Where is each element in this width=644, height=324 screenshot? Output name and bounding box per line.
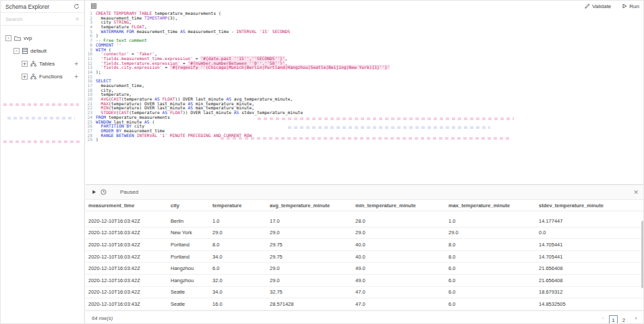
column-header: city — [168, 202, 210, 209]
validate-button[interactable]: Validate — [585, 3, 611, 9]
table-cell: 2020-12-10T16:03:42Z — [86, 277, 168, 284]
code-line[interactable]: 16SELECT — [86, 79, 644, 84]
code-line[interactable]: 7-- Free text comment — [86, 38, 644, 43]
table-cell: 6.0 — [446, 265, 536, 271]
main-panel: Validate Run 1CREATE TEMPORARY TABLE tem… — [86, 1, 644, 324]
results-status: Paused — [120, 189, 138, 195]
table-cell: 3.0 — [210, 211, 267, 213]
table-cell: 28.0 — [353, 218, 446, 224]
table-row: 2020-12-10T16:03:42ZPortland34.029.7540.… — [86, 251, 644, 263]
page-button-2[interactable]: 2 — [621, 316, 626, 324]
tree-node-functions[interactable]: + Functions + — [1, 70, 84, 83]
code-line[interactable]: 24FROM temperature_measurements — [86, 115, 644, 120]
table-row: 2020-12-10T16:03:42ZHangzhou6.029.049.06… — [86, 263, 644, 275]
refresh-schema-button[interactable] — [74, 3, 80, 9]
render-artifact — [3, 140, 82, 143]
add-function-button[interactable]: + — [74, 74, 84, 80]
table-cell: 47.0 — [353, 301, 446, 307]
next-page-button[interactable]: › — [633, 314, 639, 323]
table-cell: 2020-12-10T16:03:42Z — [86, 230, 168, 236]
table-cell: 14.705441 — [536, 242, 636, 248]
row-count: 64 row(s) — [92, 315, 113, 321]
database-icon — [22, 48, 28, 54]
table-cell: 40.0 — [353, 254, 446, 260]
results-toolbar: Paused ✕ — [86, 185, 644, 200]
collapse-icon[interactable]: - — [5, 35, 11, 41]
tree-node-tables[interactable]: + Tables + — [1, 57, 84, 70]
line-number: 29 — [86, 138, 96, 142]
render-artifact — [3, 103, 79, 106]
code-line[interactable]: 8COMMENT '' — [86, 43, 644, 48]
table-cell: 34.0 — [210, 254, 267, 260]
table-cell: 21.656408 — [536, 265, 636, 271]
table-cell: Munich — [168, 211, 210, 213]
expand-icon[interactable]: + — [22, 74, 28, 80]
table-cell: 49.0 — [353, 277, 446, 284]
page-button-1[interactable]: 1 — [609, 315, 618, 324]
table-cell: 17.0 — [267, 218, 353, 224]
code-line[interactable]: 15 — [86, 75, 644, 80]
table-cell: 29.0 — [210, 230, 267, 236]
code-line[interactable]: 18 city, — [86, 88, 644, 93]
add-table-button[interactable]: + — [74, 61, 84, 67]
tree-node-vvp[interactable]: - vvp — [1, 32, 84, 45]
column-header: measurement_time — [86, 202, 168, 209]
resume-results-button[interactable] — [92, 190, 96, 194]
table-cell: 6.0 — [446, 277, 536, 284]
run-button[interactable]: Run — [622, 3, 639, 9]
table-row: 2020-12-10T16:03:42ZSeatle34.032.7547.06… — [86, 287, 644, 299]
schema-explorer-title: Schema Explorer — [5, 3, 74, 10]
code-line[interactable]: 28 RANGE BETWEEN INTERVAL '1' MINUTE PRE… — [86, 134, 644, 138]
grid-view-button[interactable] — [91, 3, 96, 9]
folder-icon — [14, 36, 21, 41]
code-line[interactable]: 29) — [86, 138, 644, 142]
results-scrollbar[interactable] — [641, 221, 644, 288]
table-row: 2020-12-10T16:03:42ZNew York29.029.029.0… — [86, 227, 644, 240]
table-cell: 2020-12-10T16:03:43Z — [86, 301, 168, 307]
code-line[interactable]: 14); — [86, 70, 644, 75]
table-cell: Portland — [168, 254, 210, 260]
code-line[interactable]: 2 measurement_time TIMESTAMP(3), — [86, 16, 644, 21]
branch-icon — [30, 74, 36, 80]
schema-search-input[interactable] — [5, 16, 75, 22]
table-cell: 40.0 — [353, 242, 446, 248]
table-cell: 8.0 — [210, 242, 267, 248]
table-cell: 24.0 — [267, 211, 353, 213]
code-lines: 1CREATE TEMPORARY TABLE temperature_meas… — [86, 11, 644, 142]
grid-icon — [91, 3, 96, 9]
clear-search-icon[interactable]: ✕ — [75, 16, 80, 22]
close-results-icon[interactable]: ✕ — [633, 189, 639, 196]
code-text: ) — [96, 138, 98, 142]
code-line[interactable]: 26 PARTITION BY city — [86, 124, 644, 129]
tree-node-default[interactable]: - default — [1, 45, 84, 57]
table-row: 2020-12-10T16:03:42ZPortland8.029.7540.0… — [86, 239, 644, 251]
schema-explorer-sidebar: Schema Explorer ✕ - vvp - — [1, 1, 85, 324]
code-line[interactable]: 13 'fields.city.expression' = '#{regexif… — [86, 65, 644, 70]
table-cell: 6.0 — [446, 289, 536, 295]
tree-node-label: Tables — [39, 61, 74, 67]
table-cell: 32.0 — [210, 277, 267, 284]
table-cell: 14.177447 — [536, 218, 636, 224]
prev-page-button[interactable]: ‹ — [600, 314, 606, 323]
collapse-icon[interactable]: - — [13, 48, 20, 54]
results-footer: 64 row(s) ‹ 12 › — [86, 310, 644, 324]
expand-icon[interactable]: + — [22, 61, 28, 67]
table-cell: 16.0 — [210, 301, 267, 307]
code-line[interactable]: 9WITH ( — [86, 48, 644, 53]
play-icon — [92, 190, 96, 194]
code-line[interactable]: 17 measurement_time, — [86, 84, 644, 88]
code-line[interactable]: 6) — [86, 34, 644, 38]
code-text: ); — [96, 70, 101, 75]
code-line[interactable]: 3 city STRING, — [86, 20, 644, 25]
code-line[interactable]: 5 WATERMARK FOR measurement_time AS meas… — [86, 30, 644, 34]
sql-code-editor[interactable]: 1CREATE TEMPORARY TABLE temperature_meas… — [86, 11, 644, 184]
table-cell: 2020-12-10T16:03:42Z — [86, 265, 168, 271]
table-cell: 29.0 — [267, 230, 353, 236]
code-line[interactable]: 25WINDOW last_minute AS ( — [86, 120, 644, 125]
validate-label: Validate — [592, 3, 611, 9]
table-cell: 29.75 — [267, 242, 353, 248]
column-header: min_temperature_minute — [353, 202, 446, 209]
table-cell: 2020-12-10T16:03:42Z — [86, 254, 168, 260]
history-toggle-button[interactable] — [100, 189, 107, 195]
code-text: WATERMARK FOR measurement_time AS measur… — [96, 30, 290, 34]
